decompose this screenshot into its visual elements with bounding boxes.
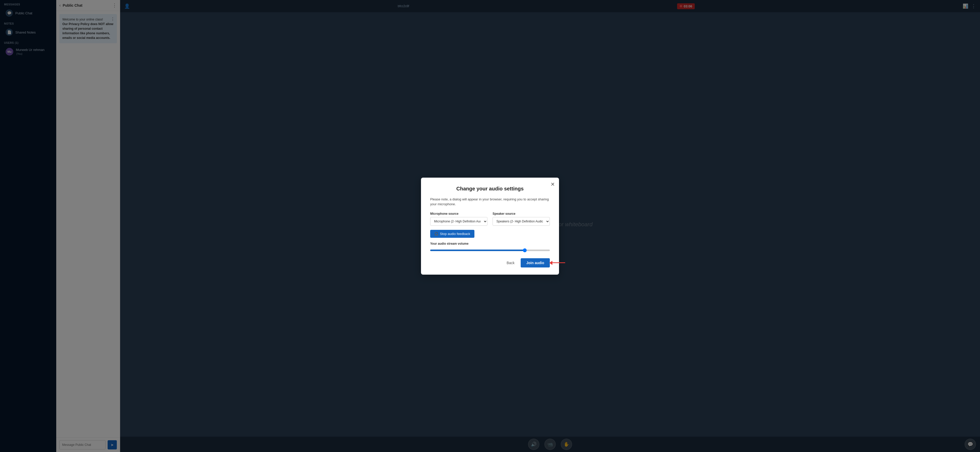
source-selectors-row: Microphone source Microphone (2- High De… bbox=[430, 212, 550, 226]
join-audio-button[interactable]: Join audio bbox=[521, 258, 550, 267]
arrow-indicator bbox=[549, 261, 565, 265]
arrow-head bbox=[549, 261, 552, 265]
stop-audio-feedback-button[interactable]: 🎧 Stop audio feedback bbox=[430, 230, 474, 238]
modal-title: Change your audio settings bbox=[430, 186, 550, 192]
speaker-select[interactable]: Speakers (2- High Definition Audio Devic… bbox=[493, 217, 550, 226]
modal-overlay: ✕ Change your audio settings Please note… bbox=[0, 0, 980, 452]
stop-audio-feedback-label: Stop audio feedback bbox=[440, 232, 470, 236]
volume-slider[interactable] bbox=[430, 249, 550, 251]
modal-footer: Back Join audio bbox=[430, 258, 550, 267]
headset-icon: 🎧 bbox=[434, 232, 438, 236]
feedback-button-row: 🎧 Stop audio feedback bbox=[430, 230, 550, 238]
audio-settings-modal: ✕ Change your audio settings Please note… bbox=[421, 177, 559, 275]
arrow-line bbox=[552, 262, 565, 263]
back-button[interactable]: Back bbox=[504, 259, 518, 267]
microphone-field: Microphone source Microphone (2- High De… bbox=[430, 212, 487, 226]
microphone-label: Microphone source bbox=[430, 212, 487, 216]
modal-close-button[interactable]: ✕ bbox=[550, 182, 555, 187]
modal-description: Please note, a dialog will appear in you… bbox=[430, 197, 550, 207]
microphone-select[interactable]: Microphone (2- High Definition Audio Dev… bbox=[430, 217, 487, 226]
volume-label: Your audio stream volume bbox=[430, 242, 550, 246]
join-audio-wrapper: Join audio bbox=[521, 258, 550, 267]
volume-section: Your audio stream volume bbox=[430, 242, 550, 252]
speaker-field: Speaker source Speakers (2- High Definit… bbox=[493, 212, 550, 226]
speaker-label: Speaker source bbox=[493, 212, 550, 216]
